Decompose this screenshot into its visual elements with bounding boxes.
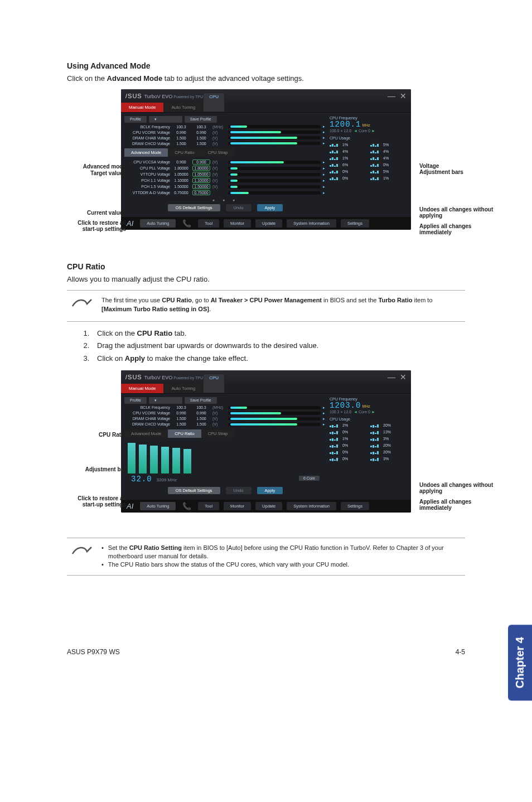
slider-arrow-icon[interactable]: ▸ [323, 422, 325, 427]
usage-cell: 0% [330, 430, 367, 434]
bb-auto-tuning[interactable]: Auto Tuning [140, 219, 176, 228]
callout-click-restore-2: Click to restore all start-up settings [67, 495, 126, 508]
note2-item1: Set the CPU Ratio Setting item in BIOS t… [101, 544, 463, 561]
slider-arrow-icon[interactable]: ▸ [323, 405, 325, 410]
param-current: 0.900 [192, 160, 210, 165]
subtab-cpu-ratio[interactable]: CPU Ratio [168, 429, 201, 438]
voltage-slider[interactable] [228, 142, 321, 145]
slider-arrow-icon[interactable]: ▸ [323, 411, 325, 416]
apply-button[interactable]: Apply [257, 487, 283, 494]
tab-auto-tuning[interactable]: Auto Tuning [163, 103, 203, 112]
slider-arrow-icon[interactable]: ▸ [323, 166, 325, 171]
tab-manual-mode[interactable]: Manual Mode [121, 103, 163, 112]
phone-icon[interactable]: 📞 [180, 219, 194, 228]
bb-tool[interactable]: Tool [198, 219, 219, 228]
slider-arrow-icon[interactable]: ▸ [323, 191, 325, 195]
param-unit: (V) [212, 160, 226, 164]
arrow[interactable]: ◄ [354, 410, 357, 414]
bb-auto-tuning[interactable]: Auto Tuning [140, 502, 176, 510]
core-bar[interactable] [172, 448, 180, 474]
close-icon[interactable]: ✕ [400, 373, 407, 381]
voltage-slider[interactable] [228, 412, 321, 415]
bb-system-info[interactable]: System Information [287, 219, 336, 228]
cpu-ratio-bars[interactable] [124, 440, 326, 474]
apply-button[interactable]: Apply [257, 204, 283, 211]
spark-icon [330, 176, 341, 180]
slider-arrow-icon[interactable]: ▸ [323, 130, 325, 134]
minimize-icon[interactable]: — [388, 373, 395, 381]
profile-dropdown[interactable]: ▾ [149, 397, 182, 404]
param-row: PCH 1.1 Voltage 1.10000 1.10000 (V) ▸ [124, 177, 326, 183]
cpu-freq-label: CPU Frequency [330, 397, 408, 401]
spark-icon [330, 142, 341, 147]
bb-settings[interactable]: Settings [341, 502, 369, 510]
section2-body: Allows you to manually adjust the CPU ra… [67, 274, 465, 284]
subtab-advanced-mode[interactable]: Advanced Mode [124, 148, 168, 157]
slider-arrow-icon[interactable]: ▸ [323, 160, 325, 165]
voltage-slider[interactable] [228, 417, 321, 421]
voltage-slider[interactable] [228, 161, 321, 164]
undo-button[interactable]: Undo [226, 487, 252, 494]
voltage-slider[interactable] [228, 423, 321, 426]
bb-tool[interactable]: Tool [198, 502, 219, 510]
pagination-dots[interactable]: ● ● ● [124, 198, 326, 202]
voltage-slider[interactable] [228, 131, 321, 134]
voltage-slider[interactable] [228, 185, 321, 189]
undo-button[interactable]: Undo [226, 204, 252, 211]
profile-dropdown[interactable]: ▾ [149, 116, 182, 123]
slider-arrow-icon[interactable]: ▸ [323, 141, 325, 146]
save-profile-button[interactable]: Save Profile [185, 116, 217, 123]
slider-arrow-icon[interactable]: ▸ [323, 185, 325, 189]
core-bar[interactable] [183, 449, 191, 474]
slider-arrow-icon[interactable]: ▸ [323, 136, 325, 140]
slider-arrow-icon[interactable]: ▸ [323, 417, 325, 421]
usage-pct: 3% [383, 437, 389, 441]
bb-monitor[interactable]: Monitor [224, 219, 251, 228]
profile-button[interactable]: Profile [124, 116, 147, 123]
bb-update[interactable]: Update [255, 502, 282, 510]
tab-manual-mode[interactable]: Manual Mode [121, 384, 163, 393]
arrow[interactable]: ◄ [354, 129, 357, 133]
slider-arrow-icon[interactable]: ▸ [323, 172, 325, 177]
save-profile-button[interactable]: Save Profile [185, 397, 217, 404]
subtab-cpu-strap[interactable]: CPU Strap [201, 148, 235, 157]
os-default-button[interactable]: OS Default Settings [168, 487, 220, 494]
voltage-slider[interactable] [228, 173, 321, 176]
spark-icon [370, 176, 381, 180]
usage-pct: 4% [383, 156, 389, 160]
arrow[interactable]: ► [371, 410, 375, 414]
subtab-cpu-strap[interactable]: CPU Strap [201, 429, 235, 438]
usage-cell: 20% [370, 443, 408, 448]
core-bar[interactable] [139, 445, 147, 474]
voltage-slider[interactable] [228, 136, 321, 139]
param-unit: (V) [212, 166, 226, 170]
voltage-slider[interactable] [228, 406, 321, 409]
bb-system-info[interactable]: System Information [287, 502, 336, 510]
param-target: 1.80000 [172, 166, 190, 170]
bb-update[interactable]: Update [255, 219, 282, 228]
slider-arrow-icon[interactable]: ▸ [323, 124, 325, 129]
subtab-cpu-ratio[interactable]: CPU Ratio [168, 148, 201, 157]
close-icon[interactable]: ✕ [400, 91, 407, 100]
voltage-slider[interactable] [228, 191, 321, 195]
minimize-icon[interactable]: — [388, 91, 395, 100]
voltage-slider[interactable] [228, 125, 321, 128]
arrow[interactable]: ► [371, 129, 375, 133]
bb-settings[interactable]: Settings [341, 219, 369, 228]
bb-monitor[interactable]: Monitor [224, 502, 251, 510]
subtab-advanced-mode[interactable]: Advanced Mode [124, 429, 168, 438]
os-default-button[interactable]: OS Default Settings [168, 204, 220, 211]
phone-icon[interactable]: 📞 [180, 502, 194, 510]
core-bar[interactable] [128, 443, 136, 474]
callout-target-values: Target values [67, 170, 126, 176]
usage-pct: 0% [342, 170, 348, 173]
core-bar[interactable] [150, 446, 158, 474]
profile-button[interactable]: Profile [124, 397, 147, 404]
tab-auto-tuning[interactable]: Auto Tuning [163, 384, 203, 393]
slider-arrow-icon[interactable]: ▸ [323, 178, 325, 183]
text: Click to restore all start-up settings [78, 495, 126, 508]
text: Click on the [67, 74, 107, 83]
voltage-slider[interactable] [228, 179, 321, 182]
core-bar[interactable] [161, 447, 169, 474]
voltage-slider[interactable] [228, 167, 321, 170]
